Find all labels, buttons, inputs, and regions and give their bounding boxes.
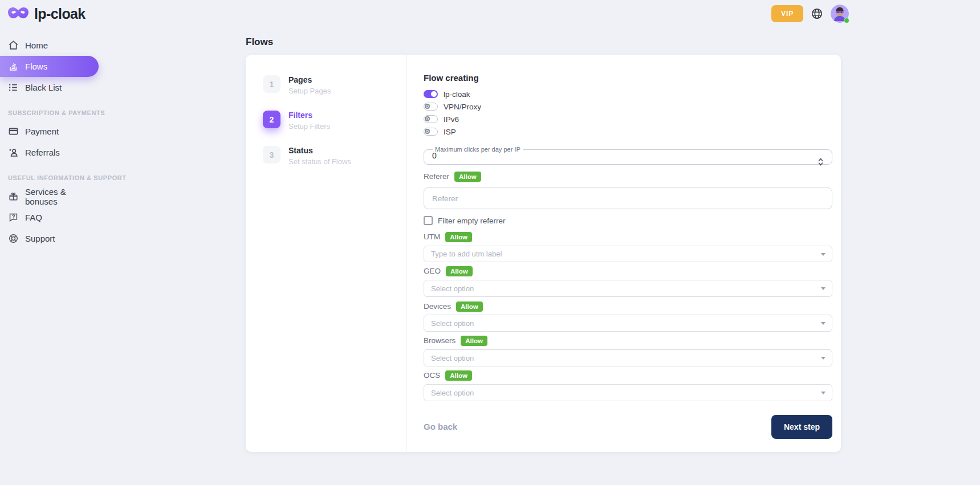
topbar-right: VIP [771, 5, 849, 23]
utm-allow-badge[interactable]: Allow [445, 232, 472, 242]
sidebar-item-label: Services & bonuses [25, 187, 99, 206]
vip-button[interactable]: VIP [771, 5, 803, 22]
sidebar-item-black-list[interactable]: Black List [0, 77, 99, 98]
ocs-allow-badge[interactable]: Allow [445, 370, 472, 381]
geo-label-row: GEO Allow [424, 267, 832, 275]
step-title: Pages [288, 76, 331, 84]
ocs-label: OCS [424, 372, 440, 380]
globe-icon[interactable] [811, 7, 823, 20]
utm-input[interactable] [424, 246, 832, 262]
toggle-row-lp-cloak[interactable]: lp-cloak [424, 88, 832, 100]
toggle-group: lp-cloak VPN/Proxy IPv6 ISP [424, 88, 832, 138]
step-title: Status [288, 146, 351, 155]
sidebar-item-label: Black List [25, 83, 62, 92]
sidebar-item-services-bonuses[interactable]: Services & bonuses [0, 186, 99, 207]
credit-card-icon [8, 126, 19, 137]
isp-toggle-off[interactable] [424, 128, 438, 136]
referer-label-row: Referer Allow [424, 173, 832, 181]
sidebar-section-title: SUBSCRIPTION & PAYMENTS [8, 109, 105, 116]
number-stepper-icon[interactable] [818, 157, 824, 167]
sidebar-item-label: Support [25, 234, 55, 243]
max-clicks-value: 0 [432, 152, 824, 160]
ocs-select[interactable]: Select option [424, 384, 832, 401]
toggle-row-vpn-proxy[interactable]: VPN/Proxy [424, 100, 832, 113]
online-status-dot [844, 18, 849, 23]
referer-input[interactable] [424, 188, 832, 209]
flows-icon [8, 61, 19, 72]
max-clicks-field[interactable]: Maximum clicks per day per IP 0 [424, 146, 832, 165]
toggle-row-isp[interactable]: ISP [424, 125, 832, 138]
sidebar-item-payment[interactable]: Payment [0, 121, 99, 142]
sidebar-section-support: USEFUL INFORMATION & SUPPORT [0, 174, 114, 181]
checkbox-label: Filter empty referrer [438, 217, 506, 225]
devices-label-row: Devices Allow [424, 303, 832, 311]
browsers-allow-badge[interactable]: Allow [461, 336, 487, 346]
flow-creating-form: Flow creating lp-cloak VPN/Proxy IPv6 IS… [406, 55, 841, 452]
gift-icon [8, 191, 19, 202]
sidebar-section-title: USEFUL INFORMATION & SUPPORT [8, 174, 127, 181]
sidebar-item-label: Flows [25, 62, 47, 71]
utm-label-row: UTM Allow [424, 233, 832, 241]
select-placeholder: Select option [431, 354, 474, 362]
step-subtitle: Setup Filters [288, 122, 330, 131]
select-placeholder: Select option [431, 284, 474, 293]
brand-name: lp-cloak [34, 6, 86, 22]
ipv6-toggle-off[interactable] [424, 115, 438, 123]
brand-logo[interactable]: lp-cloak [7, 6, 86, 22]
form-actions: Go back Next step [424, 415, 832, 438]
step-number: 2 [263, 111, 280, 128]
home-icon [8, 40, 19, 51]
toggle-label: lp-cloak [444, 90, 470, 99]
vpn-proxy-toggle-off[interactable] [424, 103, 438, 111]
utm-label: UTM [424, 233, 440, 241]
step-filters[interactable]: 2 Filters Setup Filters [263, 111, 406, 131]
step-title: Filters [288, 111, 330, 120]
devices-label: Devices [424, 303, 451, 311]
sidebar-item-flows[interactable]: Flows [0, 56, 99, 77]
go-back-button[interactable]: Go back [424, 422, 457, 431]
page-title: Flows [246, 36, 273, 48]
lp-cloak-toggle-on[interactable] [424, 90, 438, 98]
step-subtitle: Setup Pages [288, 87, 331, 95]
sidebar: Home Flows Black List SUBSCRIPTION & PAY… [0, 35, 114, 249]
toggle-label: IPv6 [444, 115, 459, 124]
filter-empty-referrer-checkbox[interactable] [424, 216, 433, 225]
geo-label: GEO [424, 267, 441, 275]
step-number: 3 [263, 146, 280, 164]
toggle-label: VPN/Proxy [444, 103, 481, 111]
sidebar-item-label: Home [25, 40, 48, 50]
person-add-icon [8, 147, 19, 158]
sidebar-item-home[interactable]: Home [0, 35, 99, 56]
referer-label: Referer [424, 173, 449, 181]
black-list-icon [8, 82, 19, 93]
geo-select[interactable]: Select option [424, 280, 832, 297]
devices-select[interactable]: Select option [424, 315, 832, 332]
sidebar-item-referrals[interactable]: Referrals [0, 142, 99, 163]
referer-allow-badge[interactable]: Allow [454, 172, 481, 182]
devices-allow-badge[interactable]: Allow [456, 301, 483, 312]
browsers-select[interactable]: Select option [424, 349, 832, 366]
filter-empty-referrer-row[interactable]: Filter empty referrer [424, 216, 832, 225]
lifebuoy-icon [8, 233, 19, 244]
step-pages[interactable]: 1 Pages Setup Pages [263, 75, 406, 95]
sidebar-item-faq[interactable]: FAQ [0, 207, 99, 228]
select-placeholder: Select option [431, 319, 474, 328]
sidebar-item-label: Payment [25, 127, 59, 136]
toggle-label: ISP [444, 128, 456, 136]
select-placeholder: Select option [431, 389, 474, 397]
browsers-label-row: Browsers Allow [424, 337, 832, 345]
geo-allow-badge[interactable]: Allow [446, 266, 473, 276]
toggle-row-ipv6[interactable]: IPv6 [424, 113, 832, 125]
steps-panel: 1 Pages Setup Pages 2 Filters Setup Filt… [246, 55, 406, 452]
mask-logo-icon [7, 6, 29, 22]
browsers-label: Browsers [424, 337, 456, 345]
step-status[interactable]: 3 Status Set status of Flows [263, 146, 406, 166]
user-avatar[interactable] [831, 5, 849, 23]
form-title: Flow creating [424, 74, 832, 82]
sidebar-item-label: FAQ [25, 213, 42, 222]
step-subtitle: Set status of Flows [288, 157, 351, 166]
flow-card: 1 Pages Setup Pages 2 Filters Setup Filt… [246, 55, 841, 452]
faq-icon [8, 212, 19, 223]
sidebar-item-support[interactable]: Support [0, 228, 99, 249]
next-step-button[interactable]: Next step [771, 415, 832, 439]
